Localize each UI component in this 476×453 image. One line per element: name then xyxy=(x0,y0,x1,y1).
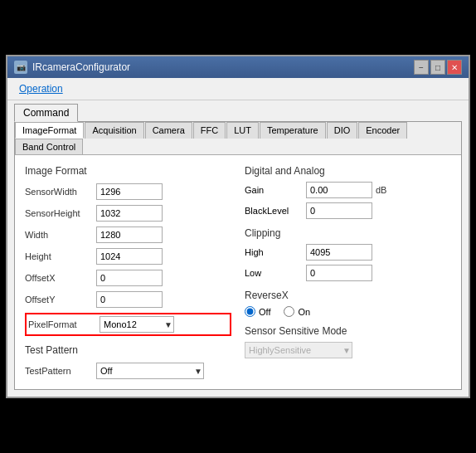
left-panel: Image Format SensorWidth SensorHeight Wi… xyxy=(25,165,231,379)
sensor-sensitive-select[interactable]: HighlySensitive Normal xyxy=(245,342,352,358)
offsetx-input[interactable] xyxy=(96,270,163,286)
window-title: IRcameraConfigurator xyxy=(32,61,130,73)
tab-camera[interactable]: Camera xyxy=(145,122,192,139)
low-label: Low xyxy=(245,268,303,278)
tab-imageformat[interactable]: ImageFormat xyxy=(15,122,84,139)
tab-bandcontrol[interactable]: Band Control xyxy=(15,139,83,154)
tab-ffc[interactable]: FFC xyxy=(193,122,226,139)
gain-input[interactable] xyxy=(306,182,372,198)
clipping-title: Clipping xyxy=(245,227,451,239)
digital-analog-section: Digital and Analog Gain dB BlackLevel xyxy=(245,165,451,219)
sensor-sensitive-title: Sensor Sensitive Mode xyxy=(245,325,451,337)
close-button[interactable]: ✕ xyxy=(447,60,462,75)
tab-temperature[interactable]: Temperature xyxy=(260,122,326,139)
tab-lut[interactable]: LUT xyxy=(226,122,259,139)
main-content: ImageFormat Acquisition Camera FFC LUT T… xyxy=(14,121,462,390)
menu-bar: Operation xyxy=(7,78,469,100)
pixel-format-wrapper: Mono8 Mono12 Mono16 ▼ xyxy=(100,316,174,333)
low-row: Low xyxy=(245,265,451,281)
sensor-width-input[interactable] xyxy=(96,183,163,200)
sensor-height-row: SensorHeight xyxy=(25,205,231,222)
test-pattern-wrapper: Off On Ramp ▼ xyxy=(96,363,204,379)
reverse-x-section: ReverseX Off On xyxy=(245,290,451,317)
tab-encoder[interactable]: Encoder xyxy=(358,122,407,139)
high-label: High xyxy=(245,247,303,257)
width-input[interactable] xyxy=(96,226,163,243)
tab-acquisition[interactable]: Acquisition xyxy=(85,122,143,139)
high-input[interactable] xyxy=(306,244,372,261)
black-level-row: BlackLevel xyxy=(245,202,451,219)
offsetx-row: OffsetX xyxy=(25,270,231,286)
pixel-format-row: PixelFormat Mono8 Mono12 Mono16 ▼ xyxy=(25,313,231,336)
pixel-format-label: PixelFormat xyxy=(28,319,95,329)
minimize-button[interactable]: − xyxy=(414,60,429,75)
clipping-section: Clipping High Low xyxy=(245,227,451,281)
test-pattern-row: TestPattern Off On Ramp ▼ xyxy=(25,363,231,379)
test-pattern-label: TestPattern xyxy=(25,366,91,376)
offsety-row: OffsetY xyxy=(25,291,231,308)
title-bar: 📷 IRcameraConfigurator − □ ✕ xyxy=(7,56,469,78)
sensor-height-input[interactable] xyxy=(96,205,163,222)
tab-dio[interactable]: DIO xyxy=(327,122,358,139)
digital-analog-title: Digital and Analog xyxy=(245,165,451,177)
gain-row: Gain dB xyxy=(245,182,451,198)
reverse-x-title: ReverseX xyxy=(245,290,451,301)
black-level-input[interactable] xyxy=(306,202,372,219)
operation-menu[interactable]: Operation xyxy=(14,81,68,96)
reverse-x-on-radio[interactable] xyxy=(284,306,294,317)
offsety-label: OffsetY xyxy=(25,295,91,304)
gain-unit: dB xyxy=(376,185,386,195)
height-label: Height xyxy=(25,251,91,261)
command-tab[interactable]: Command xyxy=(14,104,78,122)
app-icon: 📷 xyxy=(14,61,27,74)
high-row: High xyxy=(245,244,451,261)
gain-label: Gain xyxy=(245,185,303,195)
sensor-height-label: SensorHeight xyxy=(25,208,91,218)
black-level-label: BlackLevel xyxy=(245,206,303,216)
low-input[interactable] xyxy=(306,265,372,281)
sensor-width-label: SensorWidth xyxy=(25,187,91,197)
test-pattern-select[interactable]: Off On Ramp xyxy=(96,363,204,379)
sensor-sensitive-wrapper: HighlySensitive Normal ▼ xyxy=(245,342,352,358)
reverse-x-off-label: Off xyxy=(259,307,270,317)
main-window: 📷 IRcameraConfigurator − □ ✕ Operation C… xyxy=(6,55,470,398)
height-row: Height xyxy=(25,248,231,265)
reverse-x-off-radio[interactable] xyxy=(245,306,255,317)
inner-tab-bar: ImageFormat Acquisition Camera FFC LUT T… xyxy=(15,122,461,155)
window-controls: − □ ✕ xyxy=(414,60,462,75)
maximize-button[interactable]: □ xyxy=(430,60,445,75)
sensor-sensitive-section: Sensor Sensitive Mode HighlySensitive No… xyxy=(245,325,451,358)
reverse-x-off-option[interactable]: Off xyxy=(245,306,270,317)
test-pattern-title: Test Pattern xyxy=(25,344,231,356)
sensor-width-row: SensorWidth xyxy=(25,183,231,200)
reverse-x-on-option[interactable]: On xyxy=(284,306,310,317)
height-input[interactable] xyxy=(96,248,163,265)
right-panel: Digital and Analog Gain dB BlackLevel Cl… xyxy=(245,165,451,379)
reverse-x-on-label: On xyxy=(298,307,310,317)
width-label: Width xyxy=(25,230,91,240)
content-area: Image Format SensorWidth SensorHeight Wi… xyxy=(15,155,461,389)
width-row: Width xyxy=(25,226,231,243)
test-pattern-section: Test Pattern TestPattern Off On Ramp ▼ xyxy=(25,344,231,379)
offsetx-label: OffsetX xyxy=(25,273,91,283)
reverse-x-radio-row: Off On xyxy=(245,306,451,317)
offsety-input[interactable] xyxy=(96,291,163,308)
image-format-title: Image Format xyxy=(25,165,231,177)
outer-tab-row: Command xyxy=(7,100,469,121)
pixel-format-select[interactable]: Mono8 Mono12 Mono16 xyxy=(100,316,174,333)
